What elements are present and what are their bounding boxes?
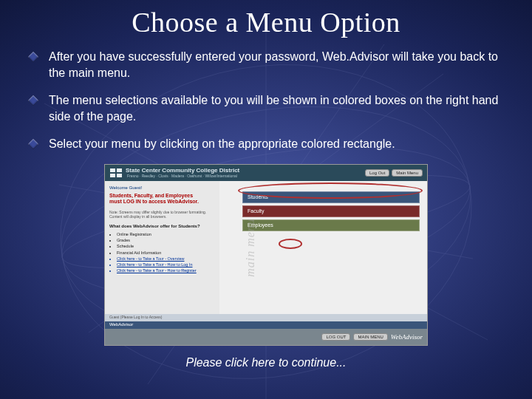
logout-button-bottom[interactable]: LOG OUT [321,333,350,341]
footer-strip: Guest (Please Log In to Access) [105,314,427,321]
main-menu-button-bottom[interactable]: MAIN MENU [353,333,387,341]
side-label: main menu [244,218,257,277]
offer-heading: What does WebAdvisor offer for Students? [109,224,215,228]
bullet-text: The menu selections available to you wil… [49,92,502,124]
menu-employees[interactable]: Employees [242,219,420,231]
bullet-icon [28,52,38,62]
list-item: Grades [117,237,215,243]
slide-title: Choose a Menu Option [0,0,532,38]
main-menu-button[interactable]: Main Menu [392,169,423,177]
bullet-text: After you have successfully entered your… [49,49,502,81]
district-logo-icon [109,168,123,178]
left-panel: Welcome Guest! Students, Faculty, and Em… [105,181,219,314]
list-item-link[interactable]: Click here - to Take a Tour - Overview [117,256,215,262]
bullet-item: The menu selections available to you wil… [30,92,502,124]
menu-faculty[interactable]: Faculty [242,205,420,217]
bullet-item: After you have successfully entered your… [30,49,502,81]
bullet-item: Select your menu by clicking on the appr… [30,136,502,152]
annotation-circle-icon [279,239,302,249]
webadvisor-logo: WebAdvisor [391,333,423,341]
list-item: Schedule [117,243,215,249]
bullet-icon [28,95,38,106]
login-warning: Students, Faculty, and Employees must LO… [109,193,215,205]
bullet-text: Select your menu by clicking on the appr… [49,136,502,152]
bluebar: WebAdvisor [105,321,427,329]
list-item: Online Registration [117,231,215,237]
right-panel: main menu Students Faculty Employees [219,181,427,314]
logout-button[interactable]: Log Out [365,169,389,177]
browser-note: Note: Screens may differ slightly due to… [109,210,215,219]
bullet-list: After you have successfully entered your… [0,38,532,152]
bottom-bar: LOG OUT MAIN MENU WebAdvisor [105,329,427,345]
list-item-link[interactable]: Click here - to Take a Tour - How to Log… [117,262,215,267]
list-item: Financial Aid Information [117,250,215,256]
embedded-screenshot: State Center Community College District … [104,164,428,346]
annotation-circle-icon [238,183,423,199]
app-header: State Center Community College District … [105,165,427,181]
offer-list: Online Registration Grades Schedule Fina… [109,231,215,274]
header-subtitle: Fresno · Reedley · Clovis · Madera · Oak… [127,174,239,178]
welcome-text: Welcome Guest! [109,185,215,190]
header-title: State Center Community College District [126,167,239,174]
list-item-link[interactable]: Click here - to Take a Tour - How to Reg… [117,267,215,273]
bullet-icon [28,139,38,149]
continue-link[interactable]: Please click here to continue... [0,356,532,369]
